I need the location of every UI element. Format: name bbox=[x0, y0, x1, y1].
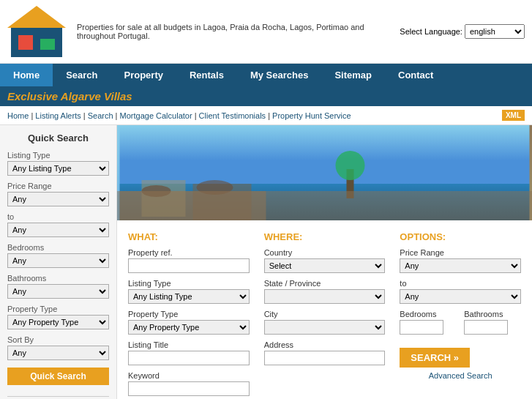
breadcrumb-mortgage[interactable]: Mortgage Calculator bbox=[120, 111, 192, 120]
listing-type-label: Listing Type bbox=[7, 151, 109, 160]
search-button[interactable]: SEARCH » bbox=[400, 348, 470, 368]
breadcrumb-listing-alerts[interactable]: Listing Alerts bbox=[35, 111, 80, 120]
what-column: WHAT: Property ref. Listing Type Any Lis… bbox=[128, 231, 250, 399]
nav-my-searches[interactable]: My Searches bbox=[237, 64, 322, 86]
nav-contact[interactable]: Contact bbox=[385, 64, 446, 86]
hero-image bbox=[117, 125, 532, 220]
sidebar-property-type-select[interactable]: Any Property Type bbox=[7, 315, 109, 329]
nav-rentals[interactable]: Rentals bbox=[176, 64, 237, 86]
where-column: WHERE: Country Select State / Province bbox=[264, 231, 386, 399]
logo-window2 bbox=[40, 39, 55, 50]
bathrooms-label: Bathrooms bbox=[7, 274, 109, 283]
city-select[interactable] bbox=[264, 320, 386, 335]
breadcrumb-search[interactable]: Search bbox=[88, 111, 113, 120]
content-area: WHAT: Property ref. Listing Type Any Lis… bbox=[117, 125, 532, 399]
options-label: OPTIONS: bbox=[400, 231, 521, 242]
where-label: WHERE: bbox=[264, 231, 386, 242]
svg-point-5 bbox=[142, 185, 171, 197]
property-type-label: Property Type bbox=[7, 305, 109, 313]
listing-title-input[interactable] bbox=[128, 351, 250, 365]
nav-search[interactable]: Search bbox=[53, 64, 110, 86]
country-label: Country bbox=[264, 248, 386, 257]
sidebar: Quick Search Listing Type Any Listing Ty… bbox=[0, 125, 117, 399]
options-price-range-group: Price Range Any bbox=[400, 248, 521, 273]
price-range-label: Price Range bbox=[7, 182, 109, 190]
city-label: City bbox=[264, 310, 386, 318]
country-group: Country Select bbox=[264, 248, 386, 273]
sidebar-sort-by-select[interactable]: Any bbox=[7, 346, 109, 360]
property-ref-group: Property ref. bbox=[128, 248, 250, 273]
options-bedrooms-label: Bedrooms bbox=[400, 310, 457, 318]
property-type-group: Property Type Any Property Type bbox=[128, 310, 250, 335]
xml-button[interactable]: XML bbox=[502, 110, 525, 121]
city-group: City bbox=[264, 310, 386, 335]
header-tagline: Properties for sale at all budgets in La… bbox=[66, 23, 400, 40]
breadcrumb-property-hunt[interactable]: Property Hunt Service bbox=[272, 111, 351, 120]
property-ref-label: Property ref. bbox=[128, 248, 250, 257]
listing-type-form-select[interactable]: Any Listing Type bbox=[128, 289, 250, 304]
sidebar-price-to-select[interactable]: Any bbox=[7, 223, 109, 237]
site-brand: Exclusive Algarve Villas bbox=[7, 90, 132, 102]
sidebar-price-from-select[interactable]: Any bbox=[7, 192, 109, 206]
state-province-label: State / Province bbox=[264, 279, 386, 288]
logo-house bbox=[7, 6, 66, 57]
state-province-group: State / Province bbox=[264, 279, 386, 304]
svg-rect-3 bbox=[142, 180, 186, 217]
sidebar-listing-type-select[interactable]: Any Listing Type bbox=[7, 161, 109, 176]
search-form: WHAT: Property ref. Listing Type Any Lis… bbox=[117, 220, 532, 399]
property-type-form-label: Property Type bbox=[128, 310, 250, 318]
options-price-to-select[interactable]: Any bbox=[400, 289, 521, 304]
svg-point-6 bbox=[197, 180, 233, 195]
language-selector-container: Select Language: english portuguese fren… bbox=[400, 24, 525, 39]
header: Properties for sale at all budgets in La… bbox=[0, 0, 532, 64]
sidebar-bedrooms-select[interactable]: Any bbox=[7, 253, 109, 268]
address-label: Address bbox=[264, 340, 386, 349]
keyword-group: Keyword bbox=[128, 371, 250, 396]
keyword-input[interactable] bbox=[128, 381, 250, 396]
logo-roof bbox=[7, 6, 66, 28]
breadcrumb: Home | Listing Alerts | Search | Mortgag… bbox=[0, 106, 532, 125]
address-input[interactable] bbox=[264, 351, 386, 365]
price-to-label: to bbox=[7, 212, 109, 221]
bedrooms-bathrooms-row: Bedrooms Bathrooms bbox=[400, 310, 521, 340]
sidebar-title: Quick Search bbox=[7, 133, 109, 143]
advanced-search-link[interactable]: Advanced Search bbox=[400, 371, 521, 380]
logo-window bbox=[18, 35, 33, 50]
breadcrumb-testimonials[interactable]: Client Testimonials bbox=[199, 111, 266, 120]
options-price-to-label: to bbox=[400, 279, 521, 288]
keyword-label: Keyword bbox=[128, 371, 250, 380]
breadcrumb-home[interactable]: Home bbox=[7, 111, 29, 120]
listing-type-form-label: Listing Type bbox=[128, 279, 250, 288]
nav-sitemap[interactable]: Sitemap bbox=[321, 64, 385, 86]
options-price-from-select[interactable]: Any bbox=[400, 258, 521, 273]
nav-home[interactable]: Home bbox=[0, 64, 53, 86]
quick-search-button[interactable]: Quick Search bbox=[7, 368, 109, 385]
options-bedrooms-input[interactable] bbox=[400, 320, 443, 335]
options-column: OPTIONS: Price Range Any to Any bbox=[400, 231, 521, 399]
main-nav: Home Search Property Rentals My Searches… bbox=[0, 64, 532, 86]
what-label: WHAT: bbox=[128, 231, 250, 242]
address-group: Address bbox=[264, 340, 386, 365]
svg-rect-2 bbox=[120, 191, 266, 220]
select-language-label: Select Language: bbox=[400, 27, 462, 36]
nav-property[interactable]: Property bbox=[111, 64, 176, 86]
options-bathrooms-group: Bathrooms bbox=[464, 310, 521, 335]
main-content: Quick Search Listing Type Any Listing Ty… bbox=[0, 125, 532, 399]
breadcrumb-links: Home | Listing Alerts | Search | Mortgag… bbox=[7, 111, 351, 120]
listing-title-label: Listing Title bbox=[128, 340, 250, 349]
options-bathrooms-input[interactable] bbox=[464, 320, 508, 335]
logo-body bbox=[11, 28, 62, 57]
property-ref-input[interactable] bbox=[128, 258, 250, 273]
sidebar-bathrooms-select[interactable]: Any bbox=[7, 284, 109, 299]
options-price-to-group: to Any bbox=[400, 279, 521, 304]
bedrooms-label: Bedrooms bbox=[7, 243, 109, 252]
state-province-select[interactable] bbox=[264, 289, 386, 304]
listing-type-group: Listing Type Any Listing Type bbox=[128, 279, 250, 304]
property-type-form-select[interactable]: Any Property Type bbox=[128, 320, 250, 335]
options-bathrooms-label: Bathrooms bbox=[464, 310, 521, 318]
country-select[interactable]: Select bbox=[264, 258, 386, 273]
sort-by-label: Sort By bbox=[7, 335, 109, 344]
listing-title-group: Listing Title bbox=[128, 340, 250, 365]
language-select[interactable]: english portuguese french german spanish bbox=[465, 24, 525, 39]
logo bbox=[7, 6, 66, 57]
